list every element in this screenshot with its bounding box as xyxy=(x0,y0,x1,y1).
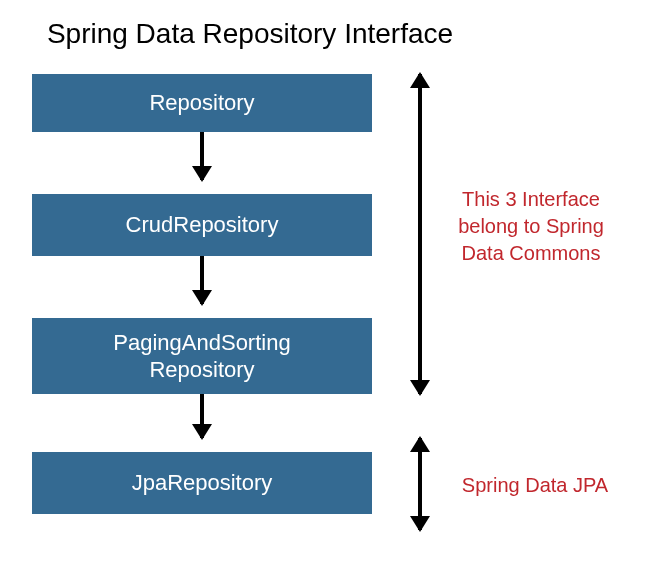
double-arrow-icon xyxy=(418,438,422,530)
diagram-container: Repository CrudRepository PagingAndSorti… xyxy=(0,60,650,560)
box-repository: Repository xyxy=(32,74,372,132)
double-arrow-icon xyxy=(418,74,422,394)
diagram-title: Spring Data Repository Interface xyxy=(20,0,480,60)
box-label: Repository xyxy=(149,89,254,117)
box-crud-repository: CrudRepository xyxy=(32,194,372,256)
arrow-down-icon xyxy=(200,132,204,180)
annotation-commons: This 3 Interface belong to Spring Data C… xyxy=(446,186,616,267)
box-label: CrudRepository xyxy=(126,211,279,239)
arrow-down-icon xyxy=(200,394,204,438)
box-jpa-repository: JpaRepository xyxy=(32,452,372,514)
box-label-line1: PagingAndSorting xyxy=(113,329,290,357)
arrow-down-icon xyxy=(200,256,204,304)
box-label: JpaRepository xyxy=(132,469,273,497)
annotation-jpa: Spring Data JPA xyxy=(450,472,620,499)
box-paging-sorting-repository: PagingAndSorting Repository xyxy=(32,318,372,394)
box-label-line2: Repository xyxy=(149,356,254,384)
